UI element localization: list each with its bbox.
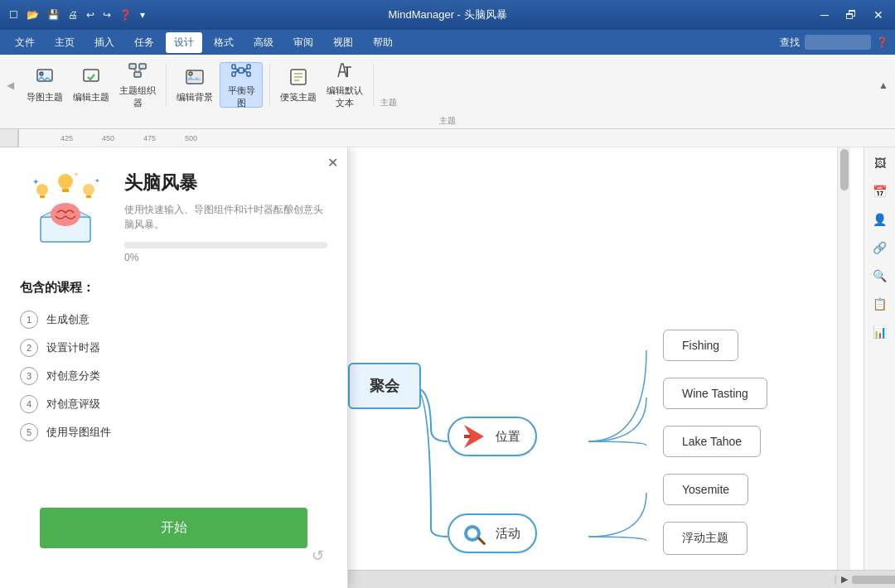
ribbon-btn-edit-bg[interactable]: 编辑背景 [173, 62, 216, 108]
minimize-btn[interactable]: ─ [815, 7, 834, 23]
ribbon-btn-theme-org[interactable]: 主题组织器 [116, 62, 159, 108]
overlay-text: 头脑风暴 使用快速输入、导图组件和计时器酝酿创意头脑风暴。 0% [124, 167, 327, 263]
maximize-btn[interactable]: 🗗 [840, 7, 862, 23]
theme-org-icon [128, 60, 148, 83]
svg-point-1 [40, 72, 43, 75]
start-button[interactable]: 开始 [40, 508, 307, 548]
ribbon-content: ◀ 导图主题 编辑主题 [0, 55, 895, 115]
more-qa-btn[interactable]: ▾ [138, 7, 148, 22]
course-label-4: 对创意评级 [46, 397, 100, 412]
edit-bg-icon [185, 67, 205, 89]
ribbon-group-label: 主题 [380, 97, 397, 112]
print-btn[interactable]: 🖨 [65, 7, 80, 22]
sidebar-btn-calendar[interactable]: 📅 [868, 179, 893, 204]
v-scrollbar-thumb[interactable] [840, 149, 849, 190]
course-item-3: 3 对创意分类 [20, 362, 327, 390]
ribbon-collapse-btn[interactable]: ▲ [878, 80, 888, 91]
activity-node[interactable]: 活动 [448, 513, 537, 553]
menu-home[interactable]: 主页 [46, 32, 83, 53]
sidebar-btn-copy[interactable]: 📋 [868, 292, 893, 316]
sidebar-btn-image[interactable]: 🖼 [868, 151, 893, 176]
main-area: 聚会 位置 活动 Fishing Wine Tasting Lake Tahoe… [0, 147, 895, 588]
ribbon-btn-import-theme[interactable]: 导图主题 [23, 62, 66, 108]
menu-advanced[interactable]: 高级 [245, 32, 282, 53]
course-list: 1 生成创意 2 设置计时器 3 对创意分类 4 对创意评级 [20, 306, 327, 446]
right-node-lake-tahoe[interactable]: Lake Tahoe [663, 426, 761, 457]
edit-default-text-label: 编辑默认文本 [327, 84, 363, 109]
sidebar-btn-link[interactable]: 🔗 [868, 235, 893, 260]
menu-view[interactable]: 视图 [325, 32, 361, 53]
sidebar-btn-person[interactable]: 👤 [868, 207, 893, 232]
right-node-yosemite[interactable]: Yosemite [663, 474, 748, 505]
course-item-1: 1 生成创意 [20, 306, 327, 334]
redo-btn[interactable]: ↪ [100, 7, 114, 22]
open-btn[interactable]: 📂 [24, 7, 41, 22]
title-bar-left: ☐ 📂 💾 🖨 ↩ ↪ ❓ ▾ [7, 7, 148, 22]
ribbon-btn-edit-default-text[interactable]: 编辑默认文本 [323, 62, 366, 108]
svg-rect-40 [40, 195, 45, 198]
ribbon-btn-post-theme[interactable]: 便笺主题 [277, 62, 320, 108]
svg-rect-18 [232, 72, 235, 76]
balanced-label: 平衡导图 [224, 84, 259, 109]
menu-file[interactable]: 文件 [7, 32, 43, 53]
h-scroll-thumb[interactable] [852, 576, 895, 584]
menu-format[interactable]: 格式 [206, 32, 242, 53]
course-label-1: 生成创意 [46, 312, 90, 327]
post-theme-icon [288, 67, 308, 89]
menu-design[interactable]: 设计 [166, 32, 202, 53]
menu-task[interactable]: 任务 [126, 32, 162, 53]
svg-rect-15 [247, 65, 250, 69]
location-node[interactable]: 位置 [448, 417, 537, 456]
svg-rect-35 [477, 537, 486, 545]
svg-text:475: 475 [143, 134, 156, 142]
edit-bg-label: 编辑背景 [177, 91, 213, 104]
scroll-right-btn[interactable]: ▶ [841, 574, 848, 585]
svg-text:✦: ✦ [32, 177, 39, 186]
new-btn[interactable]: ☐ [7, 7, 21, 22]
svg-text:500: 500 [185, 134, 197, 142]
menu-help[interactable]: 帮助 [365, 32, 401, 53]
overlay-courses-section: 包含的课程： 1 生成创意 2 设置计时器 3 对创意分类 [0, 273, 347, 446]
menu-insert[interactable]: 插入 [86, 32, 123, 53]
import-theme-label: 导图主题 [27, 91, 63, 104]
course-item-2: 2 设置计时器 [20, 334, 327, 362]
ribbon-btn-balanced[interactable]: 平衡导图 [220, 62, 263, 108]
ribbon-btn-edit-theme[interactable]: 编辑主题 [70, 62, 113, 108]
svg-point-43 [83, 184, 94, 195]
progress-text: 0% [124, 252, 327, 263]
help-qa-btn[interactable]: ❓ [117, 7, 134, 22]
ribbon-scroll-left[interactable]: ◀ [7, 80, 20, 91]
ribbon-right-controls: ▲ [878, 80, 888, 91]
course-num-1: 1 [20, 311, 38, 329]
undo-btn[interactable]: ↩ [84, 7, 97, 22]
v-scrollbar-track[interactable]: ▼ [837, 147, 850, 588]
overlay-footer: 开始 ↺ [0, 494, 347, 588]
canvas[interactable]: 聚会 位置 活动 Fishing Wine Tasting Lake Tahoe… [0, 147, 864, 588]
help-icon[interactable]: ❓ [876, 36, 888, 48]
menu-search-area: 查找 ❓ [780, 35, 888, 50]
location-icon [464, 425, 489, 448]
ribbon: ◀ 导图主题 编辑主题 [0, 55, 895, 129]
import-theme-icon [35, 67, 55, 89]
right-node-wine-tasting[interactable]: Wine Tasting [663, 378, 767, 409]
overlay-desc: 使用快速输入、导图组件和计时器酝酿创意头脑风暴。 [124, 202, 327, 232]
overlay-close-btn[interactable]: ✕ [324, 154, 341, 171]
search-input[interactable] [805, 35, 871, 50]
svg-text:✦: ✦ [74, 171, 79, 177]
menu-review[interactable]: 审阅 [285, 32, 322, 53]
main-node[interactable]: 聚会 [348, 363, 421, 409]
svg-rect-4 [139, 64, 146, 69]
reset-icon[interactable]: ↺ [312, 547, 324, 565]
close-btn[interactable]: ✕ [868, 7, 888, 23]
save-btn[interactable]: 💾 [45, 7, 62, 22]
ribbon-divider-1 [166, 65, 167, 106]
right-node-fishing[interactable]: Fishing [663, 330, 738, 361]
h-scrollbar[interactable] [835, 575, 836, 585]
svg-rect-3 [129, 64, 136, 69]
svg-point-9 [189, 72, 192, 75]
overlay-panel: ✕ [0, 147, 348, 588]
right-node-floating[interactable]: 浮动主题 [663, 522, 747, 555]
overlay-header: ✦ ✦ ✦ 头脑风暴 使用快速输入、导图组件和计时器酝酿创意头脑风暴。 0% [0, 147, 347, 273]
sidebar-btn-search[interactable]: 🔍 [868, 263, 893, 288]
sidebar-btn-excel[interactable]: 📊 [868, 320, 893, 345]
